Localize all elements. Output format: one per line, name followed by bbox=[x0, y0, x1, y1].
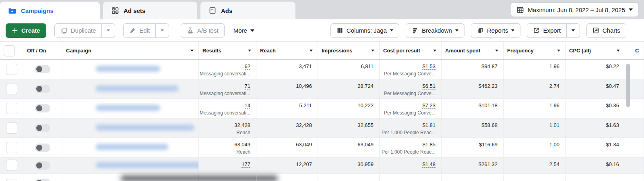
date-range-selector[interactable]: Maximum: Jun 8, 2022 – Jul 8, 2025 bbox=[511, 2, 638, 17]
table-row: 177 12,207 30,959 $1.48 $261.32 2.54 $0.… bbox=[0, 158, 644, 174]
duplicate-button[interactable]: Duplicate bbox=[54, 23, 102, 38]
header-results[interactable]: Results bbox=[199, 42, 256, 59]
results-value: 177 bbox=[242, 161, 250, 168]
export-dropdown-button[interactable] bbox=[567, 23, 580, 38]
tab-ads[interactable]: Ads bbox=[200, 2, 295, 19]
amount-spent-value: $58.68 bbox=[442, 122, 497, 129]
off-on-toggle[interactable] bbox=[35, 161, 50, 170]
export-button[interactable]: Export bbox=[527, 23, 566, 38]
campaigns-table: Off / On Campaign Results Reach Impressi… bbox=[0, 42, 644, 181]
results-sub-label: Reach bbox=[236, 130, 250, 135]
action-toolbar: Create Duplicate Edit A/B bbox=[0, 19, 644, 42]
campaign-name-redacted[interactable] bbox=[96, 105, 160, 111]
off-on-toggle[interactable] bbox=[35, 179, 50, 181]
row-checkbox[interactable] bbox=[6, 123, 17, 134]
edit-button[interactable]: Edit bbox=[123, 23, 156, 38]
campaign-name-redacted[interactable] bbox=[96, 66, 160, 72]
header-checkbox-cell bbox=[0, 42, 23, 59]
select-all-checkbox[interactable] bbox=[4, 45, 15, 56]
impressions-value: 63,049 bbox=[318, 141, 374, 148]
impressions-value: 32,655 bbox=[318, 122, 374, 129]
frequency-value: 1.00 bbox=[504, 141, 559, 148]
more-button[interactable]: More bbox=[233, 27, 254, 34]
reports-button[interactable]: Reports bbox=[471, 23, 521, 38]
chevron-down-icon bbox=[511, 29, 514, 31]
more-label: More bbox=[233, 27, 247, 34]
cost-sub-label: Per Messaging Conve... bbox=[384, 91, 436, 96]
chevron-down-icon bbox=[390, 29, 393, 31]
duplicate-dropdown-button[interactable] bbox=[102, 23, 115, 38]
table-row: 63,049 Reach 63,049 63,049 $1.85 Per 1,0… bbox=[0, 138, 644, 158]
tab-campaigns[interactable]: Campaigns bbox=[0, 2, 100, 19]
toggle-knob bbox=[36, 66, 42, 72]
sort-caret-icon bbox=[248, 50, 251, 52]
charts-label: Charts bbox=[603, 27, 620, 34]
toggle-knob bbox=[36, 86, 42, 92]
reports-icon bbox=[477, 27, 484, 34]
cost-per-result-value: $1.48 bbox=[422, 161, 436, 168]
header-amount-spent[interactable]: Amount spent bbox=[442, 42, 504, 59]
results-value: 71 bbox=[245, 83, 250, 89]
cpc-value: $0.36 bbox=[566, 102, 619, 109]
header-cost-per-result[interactable]: Cost per result bbox=[380, 42, 442, 59]
amount-spent-value: $94.87 bbox=[442, 63, 497, 70]
row-checkbox[interactable] bbox=[6, 83, 17, 94]
chevron-down-icon bbox=[455, 29, 458, 31]
frequency-value: 1.01 bbox=[504, 122, 559, 129]
header-frequency[interactable]: Frequency bbox=[504, 42, 566, 59]
cost-sub-label: Per Messaging Conve... bbox=[384, 71, 436, 77]
toggle-knob bbox=[36, 162, 42, 169]
ad-sets-grid-icon bbox=[111, 6, 119, 15]
columns-button[interactable]: Columns: Jaga bbox=[330, 23, 399, 38]
header-off-on: Off / On bbox=[23, 42, 62, 59]
cost-per-result-value: $1.81 bbox=[380, 122, 436, 129]
row-checkbox[interactable] bbox=[6, 64, 17, 75]
off-on-toggle[interactable] bbox=[35, 124, 50, 132]
cpc-value: $1.63 bbox=[566, 122, 619, 129]
header-cpc-all[interactable]: CPC (all) bbox=[566, 42, 625, 59]
campaigns-folder-icon bbox=[8, 6, 17, 15]
campaign-name-redacted[interactable] bbox=[96, 144, 168, 150]
vertical-scrollbar[interactable] bbox=[626, 64, 630, 107]
table-header-row: Off / On Campaign Results Reach Impressi… bbox=[0, 42, 644, 60]
row-checkbox[interactable] bbox=[6, 103, 17, 114]
off-on-toggle[interactable] bbox=[35, 144, 50, 152]
chevron-down-icon bbox=[572, 29, 575, 31]
header-impressions[interactable]: Impressions bbox=[318, 42, 380, 59]
reach-value: 10,496 bbox=[256, 83, 312, 89]
off-on-toggle[interactable] bbox=[35, 85, 50, 93]
sort-caret-icon bbox=[433, 50, 436, 52]
off-on-toggle[interactable] bbox=[35, 104, 50, 112]
row-checkbox[interactable] bbox=[6, 160, 17, 171]
toggle-knob bbox=[36, 125, 42, 131]
reach-value: 32,428 bbox=[256, 122, 312, 129]
ab-test-button[interactable]: A/B test bbox=[181, 23, 225, 38]
header-campaign[interactable]: Campaign bbox=[62, 42, 199, 59]
columns-icon bbox=[336, 27, 343, 34]
impressions-value: 28,724 bbox=[318, 83, 374, 89]
frequency-value: 2.54 bbox=[504, 161, 559, 168]
row-checkbox[interactable] bbox=[6, 179, 17, 181]
campaign-name-redacted[interactable] bbox=[96, 125, 194, 131]
row-checkbox[interactable] bbox=[6, 142, 17, 153]
header-reach[interactable]: Reach bbox=[256, 42, 318, 59]
charts-icon bbox=[592, 27, 599, 34]
cost-per-result-value: $6.51 bbox=[422, 83, 436, 89]
off-on-toggle[interactable] bbox=[35, 65, 50, 73]
edit-dropdown-button[interactable] bbox=[156, 23, 169, 38]
export-label: Export bbox=[543, 27, 560, 34]
create-button[interactable]: Create bbox=[6, 23, 46, 38]
charts-button[interactable]: Charts bbox=[586, 23, 626, 38]
toolbar-divider bbox=[175, 26, 175, 35]
tab-ad-sets[interactable]: Ad sets bbox=[103, 2, 197, 19]
chevron-down-icon bbox=[629, 8, 633, 11]
ab-test-label: A/B test bbox=[197, 27, 219, 34]
campaign-name-redacted[interactable] bbox=[96, 162, 199, 168]
breakdown-button[interactable]: Breakdown bbox=[406, 23, 464, 38]
cpc-value: $0.47 bbox=[566, 83, 619, 89]
results-value: 62 bbox=[245, 63, 250, 70]
duplicate-label: Duplicate bbox=[71, 27, 96, 34]
campaign-name-redacted[interactable] bbox=[96, 85, 178, 92]
cpc-value: $0.22 bbox=[566, 63, 619, 70]
table-row: 32,428 Reach 32,428 32,655 $1.81 Per 1,0… bbox=[0, 119, 644, 138]
